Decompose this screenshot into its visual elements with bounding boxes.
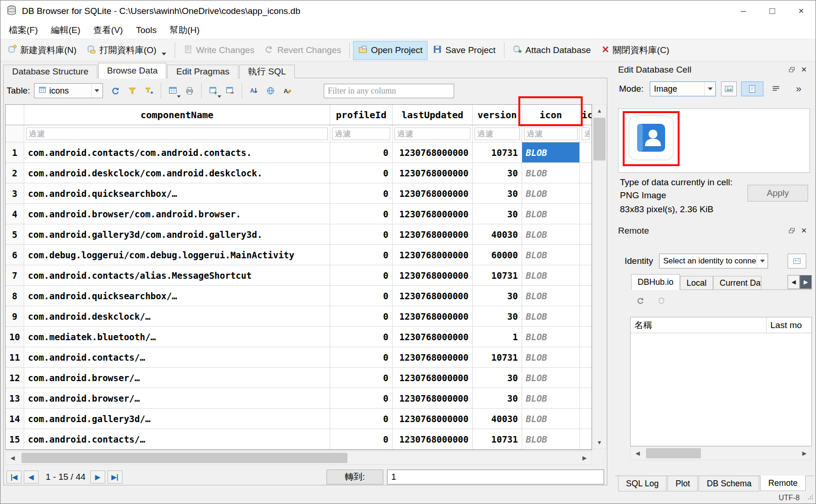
mode-combo[interactable]: Image [650,81,716,96]
profileid-cell[interactable]: 0 [330,306,393,327]
lastupdated-cell[interactable]: 1230768000000 [393,204,473,224]
profileid-cell[interactable]: 0 [330,327,393,347]
icon-blob-cell[interactable]: BLOB [522,142,580,163]
version-cell[interactable]: 30 [473,204,522,224]
filter-icon[interactable]: 過濾 [522,125,580,142]
overflow-cell[interactable] [580,347,592,368]
dock-tab-sql-log[interactable]: SQL Log [618,476,666,491]
remote-column-last-modified[interactable]: Last mo [767,317,811,333]
componentname-cell[interactable]: com.android.quicksearchbox/… [24,286,330,306]
dock-tab-remote[interactable]: Remote [760,476,805,491]
next-page-button[interactable]: ▶ [90,470,105,484]
version-cell[interactable]: 60000 [473,245,522,265]
column-header-componentname[interactable]: componentName [24,105,330,125]
overflow-cell[interactable] [580,265,592,286]
column-header-overflow[interactable]: ic [580,105,592,125]
menu-file[interactable]: 檔案(F) [2,21,44,39]
close-panel-icon[interactable]: × [798,64,810,75]
icon-blob-cell[interactable]: BLOB [522,163,580,183]
lastupdated-cell[interactable]: 1230768000000 [393,265,473,286]
overflow-cell[interactable] [580,204,592,224]
dock-tab-db-schema[interactable]: DB Schema [699,476,759,491]
blob-image-thumbnail[interactable] [629,115,673,160]
maximize-button[interactable]: □ [758,0,787,21]
version-cell[interactable]: 30 [473,388,522,409]
lastupdated-cell[interactable]: 1230768000000 [393,163,473,183]
open-database-button[interactable]: 打開資料庫(O) [82,40,171,60]
save-project-button[interactable]: Save Project [428,41,501,60]
goto-button[interactable]: 轉到: [326,470,383,484]
version-cell[interactable]: 30 [473,368,522,388]
refresh-button[interactable] [108,84,123,98]
row-number-cell[interactable]: 5 [6,224,24,245]
minimize-button[interactable]: – [729,0,758,21]
scroll-down-icon[interactable]: ▼ [592,437,606,449]
version-cell[interactable]: 30 [473,286,522,306]
attach-database-button[interactable]: Attach Database [508,41,596,60]
profileid-cell[interactable]: 0 [330,368,393,388]
encoding-label[interactable]: UTF-8 [779,494,800,502]
overflow-cell[interactable] [580,306,592,327]
tab-edit-pragmas[interactable]: Edit Pragmas [167,65,238,78]
remote-horizontal-scrollbar[interactable]: ◀ ▶ [630,446,812,460]
version-cell[interactable]: 40030 [473,409,522,429]
overflow-cell[interactable] [580,286,592,306]
componentname-cell[interactable]: com.android.browser/… [24,388,330,409]
overflow-cell[interactable] [580,409,592,429]
icon-blob-cell[interactable]: BLOB [522,327,580,347]
identity-combo[interactable]: Select an identity to conne [659,254,768,269]
icon-blob-cell[interactable]: BLOB [522,183,580,204]
componentname-cell[interactable]: com.android.gallery3d/… [24,409,330,429]
import-identity-button[interactable] [788,254,806,269]
scroll-left-icon[interactable]: ◀ [6,452,20,464]
horizontal-scrollbar-thumb[interactable] [21,453,347,463]
resize-grip[interactable] [807,494,814,502]
import-data-button[interactable] [721,81,737,96]
encoding-button[interactable] [263,84,279,98]
column-header-lastupdated[interactable]: lastUpdated [393,105,473,125]
icon-blob-cell[interactable]: BLOB [522,429,580,450]
remote-tab-current-database[interactable]: Current Dat [713,276,762,289]
menu-tools[interactable]: Tools [129,22,163,38]
icon-blob-cell[interactable]: BLOB [522,306,580,327]
save-table-dropdown-icon[interactable] [177,95,181,98]
lastupdated-cell[interactable]: 1230768000000 [393,183,473,204]
version-cell[interactable]: 1 [473,327,522,347]
row-number-cell[interactable]: 13 [6,388,24,409]
filter-profileid[interactable]: 過濾 [330,125,393,142]
table-selector-combo[interactable]: icons [34,83,103,98]
filter-lastupdated[interactable]: 過濾 [393,125,473,142]
icon-blob-cell[interactable]: BLOB [522,224,580,245]
version-cell[interactable]: 30 [473,183,522,204]
profileid-cell[interactable]: 0 [330,388,393,409]
edit-mode-button[interactable]: A [279,84,295,98]
componentname-cell[interactable]: com.android.quicksearchbox/… [24,183,330,204]
lastupdated-cell[interactable]: 1230768000000 [393,429,473,450]
previous-page-button[interactable]: ◀ [24,470,39,484]
tab-browse-data[interactable]: Browse Data [98,63,167,79]
scroll-left-icon[interactable]: ◀ [631,447,645,459]
profileid-cell[interactable]: 0 [330,204,393,224]
lastupdated-cell[interactable]: 1230768000000 [393,224,473,245]
lastupdated-cell[interactable]: 1230768000000 [393,142,473,163]
icon-blob-cell[interactable]: BLOB [522,245,580,265]
icon-blob-cell[interactable]: BLOB [522,409,580,429]
overflow-cell[interactable] [580,245,592,265]
version-cell[interactable]: 40030 [473,224,522,245]
remote-upload-button[interactable] [654,294,669,308]
column-header-icon[interactable]: icon [522,105,580,125]
row-number-cell[interactable]: 9 [6,306,24,327]
overflow-cell[interactable] [580,224,592,245]
version-cell[interactable]: 10731 [473,347,522,368]
profileid-cell[interactable]: 0 [330,286,393,306]
insert-record-button[interactable] [205,84,221,98]
icon-blob-cell[interactable]: BLOB [522,286,580,306]
remote-scrollbar-thumb[interactable] [646,448,701,458]
close-database-button[interactable]: 關閉資料庫(C) [596,40,674,60]
last-page-button[interactable]: ▶| [108,470,122,484]
componentname-cell[interactable]: com.android.deskclock/… [24,306,330,327]
sort-ascending-button[interactable]: A [246,84,262,98]
horizontal-scrollbar[interactable]: ◀ ▶ [5,451,592,465]
componentname-cell[interactable]: com.android.gallery3d/com.android.galler… [24,224,330,245]
open-project-button[interactable]: Open Project [353,41,428,60]
